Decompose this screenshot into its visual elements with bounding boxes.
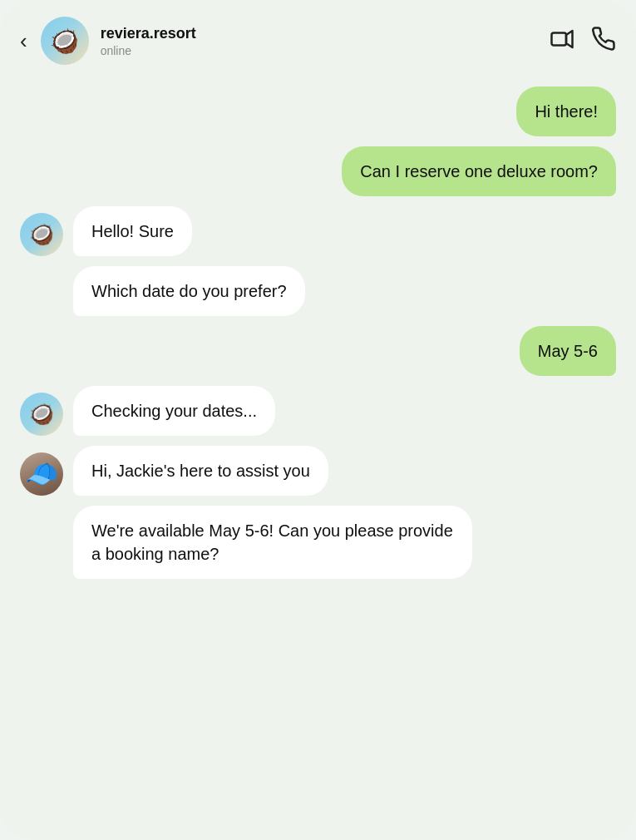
video-call-button[interactable]	[550, 27, 574, 55]
contact-info: reviera.resort online	[101, 25, 550, 57]
message-bubble: Which date do you prefer?	[73, 266, 305, 316]
message-bubble: We're available May 5-6! Can you please …	[73, 506, 472, 579]
header-icons	[550, 27, 616, 55]
chat-header: ‹ 🥥 reviera.resort online	[0, 0, 636, 78]
chat-area: Hi there! Can I reserve one deluxe room?…	[0, 78, 636, 840]
video-camera-icon	[550, 27, 574, 52]
message-row: 🥥 Hello! Sure	[20, 206, 616, 256]
contact-name: reviera.resort	[101, 25, 550, 42]
message-bubble: Hello! Sure	[73, 206, 192, 256]
message-row: 🥥 Checking your dates...	[20, 386, 616, 436]
svg-marker-1	[566, 31, 573, 47]
message-bubble: May 5-6	[520, 326, 616, 376]
sender-avatar: 🥥	[20, 213, 63, 256]
svg-rect-0	[552, 33, 567, 46]
back-button[interactable]: ‹	[20, 28, 27, 54]
sender-avatar: 🥥	[20, 393, 63, 436]
message-row: Which date do you prefer?	[20, 266, 616, 316]
sender-avatar-jackie: 🧢	[20, 452, 63, 496]
message-row: We're available May 5-6! Can you please …	[20, 506, 616, 579]
message-bubble: Can I reserve one deluxe room?	[342, 146, 616, 196]
message-row: May 5-6	[20, 326, 616, 376]
message-row: 🧢 Hi, Jackie's here to assist you	[20, 446, 616, 496]
message-row: Hi there!	[20, 86, 616, 136]
message-bubble: Checking your dates...	[73, 386, 275, 436]
message-bubble: Hi there!	[516, 86, 616, 136]
phone-icon	[591, 27, 616, 52]
message-row: Can I reserve one deluxe room?	[20, 146, 616, 196]
contact-status: online	[101, 44, 550, 57]
contact-avatar: 🥥	[41, 17, 89, 65]
phone-call-button[interactable]	[591, 27, 616, 55]
message-bubble: Hi, Jackie's here to assist you	[73, 446, 328, 496]
phone-container: ‹ 🥥 reviera.resort online	[0, 0, 636, 840]
